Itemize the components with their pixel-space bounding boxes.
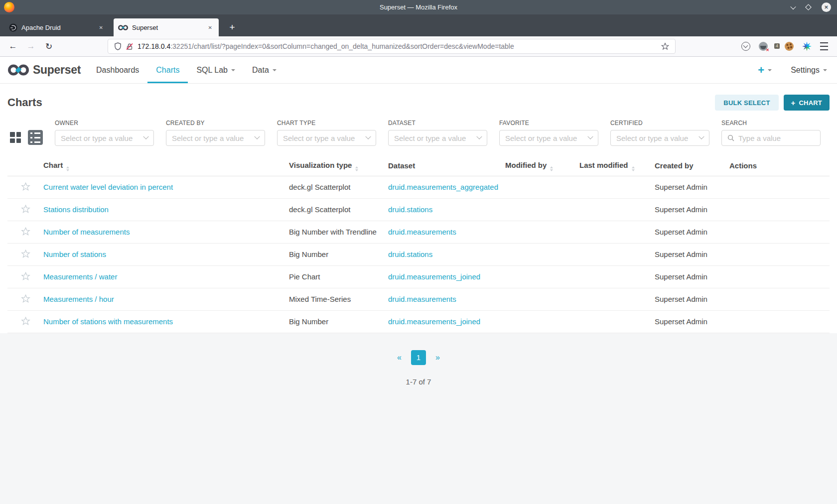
navbar-item[interactable]: Dashboards: [88, 57, 147, 83]
filter-placeholder: Select or type a value: [394, 134, 473, 142]
maximize-diamond-icon: [805, 4, 812, 10]
column-header-label: Chart: [43, 161, 63, 169]
chart-link[interactable]: Stations distribution: [43, 205, 109, 214]
filter-select-box[interactable]: Select or type a value: [499, 130, 598, 146]
chart-link[interactable]: Measurements / hour: [43, 295, 114, 303]
menu-hamburger-icon[interactable]: [820, 42, 828, 50]
chevron-down-icon: [698, 134, 704, 139]
filter-select-box[interactable]: Select or type a value: [610, 130, 709, 146]
browser-tab-superset[interactable]: Superset ✕: [114, 18, 219, 36]
filter-label: CHART TYPE: [277, 120, 376, 126]
table-row: Number of stations Big Number druid.stat…: [7, 243, 830, 265]
dataset-link[interactable]: druid.stations: [388, 205, 432, 214]
navbar-item[interactable]: Data: [244, 57, 285, 83]
dataset-link[interactable]: druid.measurements_joined: [388, 272, 480, 281]
chart-link[interactable]: Number of stations with measurements: [43, 317, 173, 326]
tab-close-icon[interactable]: ✕: [206, 24, 214, 31]
column-header[interactable]: Visualization type: [289, 156, 388, 176]
column-header[interactable]: Modified by: [505, 156, 579, 176]
filter-select-box[interactable]: Select or type a value: [55, 130, 154, 146]
sort-icon[interactable]: [355, 166, 358, 171]
pagination-next[interactable]: »: [435, 353, 440, 362]
list-view-toggle-icon[interactable]: [28, 130, 43, 145]
chevron-down-icon: [823, 69, 827, 71]
navbar-item[interactable]: Charts: [147, 57, 188, 83]
dataset-link[interactable]: druid.measurements_aggregated: [388, 183, 498, 191]
bulk-select-button[interactable]: BULK SELECT: [715, 95, 778, 111]
navbar-item-label: Charts: [156, 66, 179, 75]
forward-button[interactable]: →: [24, 41, 38, 51]
add-new-button[interactable]: +: [758, 65, 772, 76]
window-maximize-button[interactable]: [806, 5, 811, 9]
chart-link[interactable]: Measurements / water: [43, 272, 117, 281]
filter-select: CERTIFIED Select or type a value: [610, 120, 709, 146]
last-modified-cell: [579, 176, 655, 198]
window-close-button[interactable]: ✕: [822, 2, 831, 12]
pagination-page-1[interactable]: 1: [411, 350, 426, 365]
new-tab-button[interactable]: +: [225, 18, 240, 36]
last-modified-cell: [579, 310, 655, 333]
actions-cell: [729, 288, 830, 310]
viz-type-cell: Mixed Time-Series: [289, 288, 388, 310]
charts-table: Chart Visualization type Dataset Modifie…: [7, 156, 830, 333]
search-input[interactable]: [738, 134, 815, 142]
actions-cell: [729, 265, 830, 288]
shield-icon[interactable]: [114, 42, 122, 50]
browser-tab-apache-druid[interactable]: Apache Druid ✕: [4, 18, 110, 36]
column-header[interactable]: Dataset: [388, 156, 505, 176]
cookie-extension-icon[interactable]: [785, 42, 794, 51]
pocket-extension-icon[interactable]: [741, 42, 750, 51]
favorite-star-icon[interactable]: [21, 316, 30, 326]
back-button[interactable]: ←: [6, 41, 20, 51]
filter-select-box[interactable]: Select or type a value: [388, 130, 487, 146]
header-star-spacer: [7, 156, 43, 176]
favorite-star-icon[interactable]: [21, 249, 30, 258]
filter-placeholder: Select or type a value: [505, 134, 584, 142]
favorite-star-icon[interactable]: [21, 227, 30, 236]
url-bar[interactable]: 172.18.0.4:32251/chart/list/?pageIndex=0…: [108, 39, 676, 54]
pagination-prev[interactable]: «: [397, 353, 402, 362]
filter-select-box[interactable]: Select or type a value: [277, 130, 376, 146]
tab-close-icon[interactable]: ✕: [97, 24, 105, 31]
navbar-item-label: SQL Lab: [196, 66, 228, 75]
chart-link[interactable]: Number of stations: [43, 250, 106, 258]
table-row: Stations distribution deck.gl Scatterplo…: [7, 198, 830, 221]
reload-button[interactable]: ↻: [42, 41, 56, 52]
column-header[interactable]: Last modified: [579, 156, 655, 176]
dataset-link[interactable]: druid.measurements: [388, 295, 456, 303]
favorite-star-icon[interactable]: [21, 182, 30, 191]
navbar-item[interactable]: SQL Lab: [188, 57, 244, 83]
dataset-link[interactable]: druid.stations: [388, 250, 432, 258]
sort-icon[interactable]: [550, 166, 553, 171]
chart-link[interactable]: Number of measurements: [43, 228, 130, 236]
filter-placeholder: Select or type a value: [172, 134, 251, 142]
sort-icon[interactable]: [632, 166, 635, 171]
dataset-link[interactable]: druid.measurements: [388, 228, 456, 236]
favorite-star-icon[interactable]: [21, 204, 30, 214]
favorite-star-icon[interactable]: [21, 294, 30, 303]
add-chart-button[interactable]: + CHART: [784, 95, 830, 111]
card-view-toggle-icon[interactable]: [10, 132, 21, 143]
filter-label: CERTIFIED: [610, 120, 709, 126]
browser-toolbar: ← → ↻ 172.18.0.4:32251/chart/list/?pageI…: [0, 36, 837, 57]
favorite-star-icon[interactable]: [21, 271, 30, 281]
created-by-cell: Superset Admin: [655, 198, 729, 221]
dataset-link[interactable]: druid.measurements_joined: [388, 317, 480, 326]
column-header[interactable]: Actions: [729, 156, 830, 176]
filter-select-box[interactable]: Select or type a value: [166, 130, 265, 146]
url-text[interactable]: 172.18.0.4:32251/chart/list/?pageIndex=0…: [138, 42, 657, 50]
superset-brand[interactable]: Superset: [8, 57, 81, 83]
filter-select: FAVORITE Select or type a value: [499, 120, 598, 146]
containers-extension-icon[interactable]: [759, 42, 768, 51]
column-header[interactable]: Chart: [43, 156, 289, 176]
bookmark-star-icon[interactable]: [661, 42, 669, 50]
sparkle-extension-icon[interactable]: [802, 42, 812, 51]
sort-icon[interactable]: [66, 166, 69, 171]
filter-label: FAVORITE: [499, 120, 598, 126]
window-minimize-button[interactable]: [791, 5, 795, 9]
settings-menu[interactable]: Settings: [791, 66, 827, 75]
broken-lock-icon[interactable]: [126, 43, 133, 50]
column-header[interactable]: Created by: [655, 156, 729, 176]
chart-link[interactable]: Current water level deviation in percent: [43, 183, 173, 191]
actions-cell: [729, 310, 830, 333]
